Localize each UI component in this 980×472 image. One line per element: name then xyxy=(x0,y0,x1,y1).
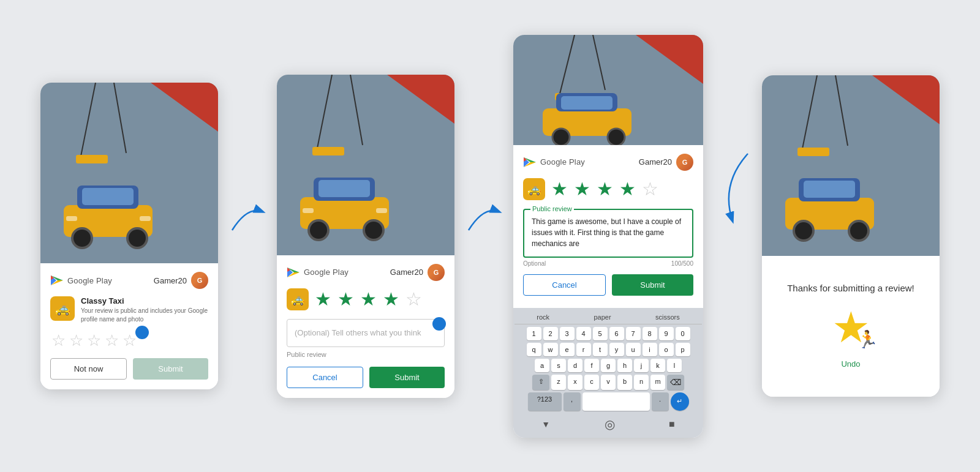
kb-nav-recents[interactable]: ■ xyxy=(669,419,675,430)
star-3-4[interactable]: ★ xyxy=(619,180,636,198)
submit-button-2[interactable]: Submit xyxy=(369,367,445,388)
stars-row-3[interactable]: 🚕 ★ ★ ★ ★ ☆ xyxy=(523,178,693,200)
star-2-5[interactable]: ☆ xyxy=(405,290,422,309)
kb-h[interactable]: h xyxy=(617,359,632,372)
kb-w[interactable]: w xyxy=(543,343,558,356)
kb-space[interactable] xyxy=(582,392,650,411)
kb-f[interactable]: f xyxy=(584,359,599,372)
star-1-3[interactable]: ☆ xyxy=(87,332,101,348)
kb-r[interactable]: r xyxy=(576,343,591,356)
kb-5[interactable]: 5 xyxy=(593,327,608,340)
kb-nav-back[interactable]: ▼ xyxy=(541,419,550,429)
user-avatar-2: G xyxy=(428,264,445,281)
kb-comma[interactable]: , xyxy=(564,392,581,411)
svg-rect-9 xyxy=(140,216,151,221)
kb-nav-row: ▼ ◎ ■ xyxy=(514,413,702,433)
panel-1: Google Play Gamer20 G 🚕 Classy Taxi Your… xyxy=(40,263,218,389)
svg-line-41 xyxy=(802,75,817,152)
kb-s[interactable]: s xyxy=(551,359,566,372)
arrow-2 xyxy=(466,193,502,279)
kb-c[interactable]: c xyxy=(584,375,599,390)
review-textarea-3[interactable]: Public review This game is awesome, but … xyxy=(523,209,693,258)
kb-del[interactable]: ⌫ xyxy=(667,375,684,390)
svg-rect-2 xyxy=(76,155,108,163)
kb-e[interactable]: e xyxy=(560,343,575,356)
kb-6[interactable]: 6 xyxy=(609,327,624,340)
kb-nav-home[interactable]: ◎ xyxy=(605,417,615,432)
kb-i[interactable]: i xyxy=(643,343,657,356)
kb-b[interactable]: b xyxy=(617,375,632,390)
gplay-logo-group-2: Google Play xyxy=(287,267,349,278)
kb-1[interactable]: 1 xyxy=(527,327,541,340)
svg-rect-8 xyxy=(66,216,77,221)
buttons-row-2: Cancel Submit xyxy=(287,367,445,388)
kb-suggest-1[interactable]: rock xyxy=(537,313,549,321)
kb-0[interactable]: 0 xyxy=(676,327,690,340)
kb-v[interactable]: v xyxy=(601,375,616,390)
gplay-label-1: Google Play xyxy=(67,276,112,285)
game-bg-4 xyxy=(762,75,940,256)
thanks-text: Thanks for submitting a review! xyxy=(787,283,914,293)
kb-k[interactable]: k xyxy=(650,359,665,372)
screen-2: Google Play Gamer20 G 🚕 ★ ★ ★ ★ ☆ (Optio… xyxy=(277,75,454,398)
kb-u[interactable]: u xyxy=(626,343,641,356)
stars-row-2[interactable]: 🚕 ★ ★ ★ ★ ☆ xyxy=(287,288,445,310)
kb-suggest-2[interactable]: paper xyxy=(594,313,611,321)
star-1-5[interactable]: ☆ xyxy=(123,332,137,348)
star-3-5[interactable]: ☆ xyxy=(642,180,658,198)
kb-q[interactable]: q xyxy=(527,343,541,356)
gplay-logo-icon-1 xyxy=(50,275,64,286)
kb-g[interactable]: g xyxy=(601,359,616,372)
star-2-3[interactable]: ★ xyxy=(360,290,377,309)
kb-d[interactable]: d xyxy=(568,359,582,372)
svg-line-1 xyxy=(114,83,126,153)
kb-period[interactable]: . xyxy=(652,392,669,411)
kb-8[interactable]: 8 xyxy=(643,327,657,340)
kb-z[interactable]: z xyxy=(551,375,566,390)
kb-p[interactable]: p xyxy=(676,343,690,356)
not-now-button[interactable]: Not now xyxy=(50,358,127,380)
star-2-2[interactable]: ★ xyxy=(337,290,354,309)
svg-line-30 xyxy=(593,35,605,90)
star-2-1[interactable]: ★ xyxy=(315,290,331,309)
user-avatar-1: G xyxy=(191,272,208,289)
kb-y[interactable]: y xyxy=(609,343,624,356)
user-avatar-3: G xyxy=(676,154,693,171)
cancel-button-2[interactable]: Cancel xyxy=(287,367,363,388)
cancel-button-3[interactable]: Cancel xyxy=(523,274,606,296)
kb-l[interactable]: l xyxy=(667,359,682,372)
kb-j[interactable]: j xyxy=(634,359,649,372)
kb-suggest-3[interactable]: scissors xyxy=(655,313,680,321)
stars-row-1[interactable]: ☆ ☆ ☆ ☆ ☆ xyxy=(50,332,208,348)
kb-m[interactable]: m xyxy=(650,375,665,390)
review-textarea-label: Public review xyxy=(530,205,574,212)
kb-a[interactable]: a xyxy=(535,359,549,372)
kb-3[interactable]: 3 xyxy=(560,327,575,340)
game-bg-2 xyxy=(277,75,454,255)
star-1-4[interactable]: ☆ xyxy=(105,332,119,348)
star-1-1[interactable]: ☆ xyxy=(51,332,66,348)
star-3-1[interactable]: ★ xyxy=(551,180,568,198)
buttons-row-1: Not now Submit xyxy=(50,358,208,380)
panel-4: Thanks for submitting a review! ★ 🏃 Undo xyxy=(762,256,940,397)
star-1-2[interactable]: ☆ xyxy=(69,332,83,348)
kb-4[interactable]: 4 xyxy=(576,327,591,340)
kb-7[interactable]: 7 xyxy=(626,327,641,340)
review-input-2[interactable]: (Optional) Tell others what you think xyxy=(287,319,445,347)
kb-enter[interactable]: ↵ xyxy=(671,392,689,411)
kb-o[interactable]: o xyxy=(659,343,674,356)
kb-n[interactable]: n xyxy=(634,375,649,390)
undo-link[interactable]: Undo xyxy=(841,359,860,369)
submit-button-3[interactable]: Submit xyxy=(612,274,693,296)
kb-x[interactable]: x xyxy=(568,375,582,390)
star-3-3[interactable]: ★ xyxy=(597,180,613,198)
kb-123[interactable]: ?123 xyxy=(528,392,562,411)
kb-shift[interactable]: ⇧ xyxy=(532,375,549,390)
app-info-text: Classy Taxi Your review is public and in… xyxy=(81,296,208,324)
gplay-header-1: Google Play Gamer20 G xyxy=(50,272,208,289)
kb-9[interactable]: 9 xyxy=(659,327,674,340)
star-2-4[interactable]: ★ xyxy=(383,290,399,309)
kb-t[interactable]: t xyxy=(593,343,608,356)
kb-2[interactable]: 2 xyxy=(543,327,558,340)
star-3-2[interactable]: ★ xyxy=(574,180,590,198)
